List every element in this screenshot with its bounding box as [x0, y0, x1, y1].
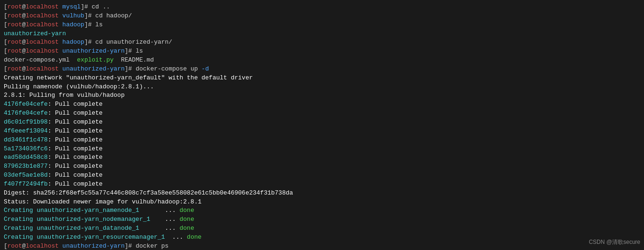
terminal-line: Creating network "unauthorized-yarn_defa… — [4, 74, 640, 83]
terminal-line: unauthorized-yarn — [4, 30, 640, 39]
terminal-line: [root@localhost hadoop]# cd unauthorized… — [4, 38, 640, 47]
terminal-line: [root@localhost unauthorized-yarn]# ls — [4, 47, 640, 56]
terminal-line: 879623b1e877: Pull complete — [4, 162, 640, 171]
terminal-line: d6c01cf91b98: Pull complete — [4, 118, 640, 127]
terminal-line: Creating unauthorized-yarn_datanode_1 ..… — [4, 224, 640, 233]
terminal-line: docker-compose.yml exploit.py README.md — [4, 56, 640, 65]
terminal-line: 2.8.1: Pulling from vulhub/hadoop — [4, 91, 640, 100]
terminal-line: [root@localhost unauthorized-yarn]# dock… — [4, 242, 640, 250]
terminal-line: Status: Downloaded newer image for vulhu… — [4, 198, 640, 207]
terminal-line: Pulling namenode (vulhub/hadoop:2.8.1)..… — [4, 83, 640, 92]
terminal-line: Creating unauthorized-yarn_resourcemanag… — [4, 233, 640, 242]
terminal-line: 4176fe04cefe: Pull complete — [4, 109, 640, 118]
terminal-line: Creating unauthorized-yarn_namenode_1 ..… — [4, 206, 640, 215]
terminal-line: [root@localhost mysql]# cd .. — [4, 3, 640, 12]
terminal: [root@localhost mysql]# cd .. [root@loca… — [0, 0, 644, 250]
terminal-line: 4176fe04cefe: Pull complete — [4, 100, 640, 109]
terminal-line: ead58dd458c8: Pull complete — [4, 153, 640, 162]
terminal-line: Digest: sha256:2f68ef5c55a77c446c808c7cf… — [4, 189, 640, 198]
terminal-line: [root@localhost hadoop]# ls — [4, 21, 640, 30]
terminal-line: 5a1734036fc6: Pull complete — [4, 145, 640, 154]
terminal-line: [root@localhost unauthorized-yarn]# dock… — [4, 65, 640, 74]
terminal-line: f407f72494fb: Pull complete — [4, 180, 640, 189]
terminal-line: 4f6eeef13094: Pull complete — [4, 127, 640, 136]
terminal-line: 03def5ae1e8d: Pull complete — [4, 171, 640, 180]
terminal-line: [root@localhost vulhub]# cd hadoop/ — [4, 12, 640, 21]
terminal-line: dd3461f1c478: Pull complete — [4, 136, 640, 145]
watermark: CSDN @清歌secure — [589, 238, 640, 246]
terminal-line: Creating unauthorized-yarn_nodemanager_1… — [4, 215, 640, 224]
